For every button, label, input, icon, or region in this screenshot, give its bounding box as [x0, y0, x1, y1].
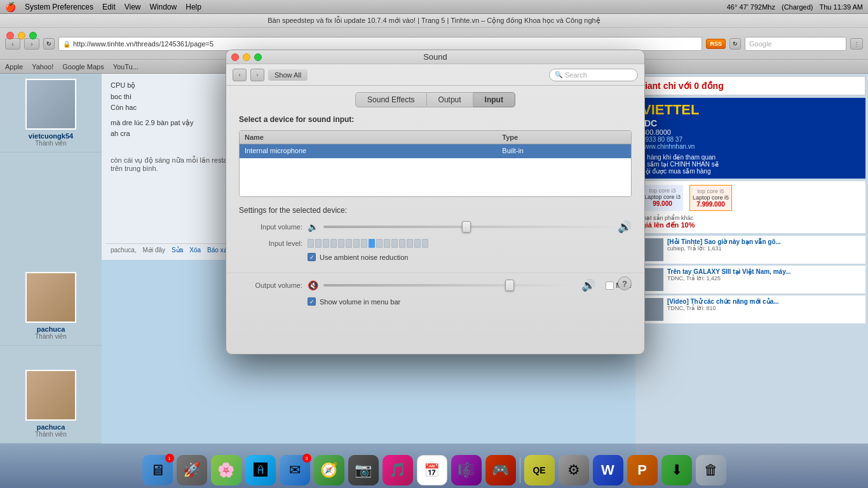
input-volume-label: Input volume:: [239, 223, 302, 231]
dock-syspref[interactable]: ⚙: [559, 455, 589, 485]
search-icon: 🔍: [555, 71, 562, 78]
search-placeholder: Google: [749, 40, 771, 48]
tab-sound-effects[interactable]: Sound Effects: [355, 92, 427, 107]
browser-options-button[interactable]: ⋮: [850, 38, 863, 50]
syspref-icon: ⚙: [567, 462, 580, 478]
camera-icon: 📷: [355, 462, 372, 478]
output-vol-high-icon: 🔊: [581, 278, 595, 292]
dialog-minimize-button[interactable]: [243, 53, 250, 61]
level-bar-12: [391, 239, 398, 248]
rss-button[interactable]: RSS: [706, 39, 726, 49]
reload-button-2[interactable]: ↻: [729, 38, 741, 50]
minimize-button[interactable]: [18, 32, 25, 39]
output-vol-low-icon: 🔇: [308, 280, 318, 290]
device-row-microphone[interactable]: Internal microphone Built-in: [240, 144, 631, 158]
username-1: vietcuongk54: [29, 132, 73, 140]
dock-itunes[interactable]: 🎵: [383, 455, 413, 485]
menu-system-prefs[interactable]: System Preferences: [25, 3, 93, 11]
user-card-3: pachuca Thành viên: [0, 365, 102, 444]
address-text: http://www.tinhte.vn/threads/1245361/pag…: [73, 40, 214, 48]
itunes-icon: 🎵: [389, 462, 406, 478]
level-bar-13: [399, 239, 405, 248]
window-controls: [6, 32, 37, 39]
level-bar-2: [315, 239, 322, 248]
mute-checkbox[interactable]: [606, 281, 614, 290]
show-volume-checkbox[interactable]: ✓: [308, 297, 316, 306]
dialog-back-button[interactable]: ‹: [233, 69, 247, 81]
level-bar-10: [376, 239, 383, 248]
maximize-button[interactable]: [29, 32, 37, 39]
apple-menu-icon[interactable]: 🍎: [5, 2, 16, 12]
dock-downloads[interactable]: ⬇: [661, 455, 692, 485]
edit-link[interactable]: Sửa: [172, 247, 183, 254]
word-icon: W: [601, 462, 614, 478]
level-bar-7: [353, 239, 360, 248]
dialog-maximize-button[interactable]: [254, 53, 262, 61]
sound-dialog: Sound ‹ › Show All 🔍 Search Sound Effect…: [226, 50, 645, 355]
wifi-signal: 46° 47' 792Mhz: [727, 3, 775, 11]
dock-music[interactable]: 🎼: [451, 455, 482, 485]
back-button[interactable]: ‹: [5, 38, 20, 50]
help-button[interactable]: ?: [618, 276, 632, 290]
dock-qe[interactable]: QE: [524, 455, 555, 485]
col-type-header: Type: [497, 131, 631, 144]
dock-word[interactable]: W: [593, 455, 623, 485]
output-slider-thumb[interactable]: [505, 280, 514, 291]
noise-reduction-checkbox[interactable]: ✓: [308, 253, 316, 261]
dialog-close-button[interactable]: [231, 53, 239, 61]
menu-view[interactable]: View: [125, 3, 141, 11]
bookmark-google-maps[interactable]: Google Maps: [62, 63, 104, 71]
close-button[interactable]: [6, 32, 14, 39]
tab-output[interactable]: Output: [427, 92, 473, 107]
dock-calendar[interactable]: 📅: [417, 455, 447, 485]
output-volume-label: Output volume:: [239, 281, 302, 289]
dock-appstore[interactable]: 🅰: [245, 455, 276, 485]
dock-launchpad[interactable]: 🚀: [177, 455, 207, 485]
input-volume-row: Input volume: 🔈 🔊: [239, 220, 632, 234]
dock-photos[interactable]: 🌸: [211, 455, 241, 485]
bookmark-yahoo[interactable]: Yahoo!: [32, 63, 53, 71]
level-bar-1: [308, 239, 314, 248]
device-type-cell: Built-in: [497, 144, 631, 158]
device-table-empty-space: [240, 158, 631, 196]
slider-thumb[interactable]: [462, 221, 471, 233]
ssl-icon: 🔒: [63, 41, 71, 48]
finder-badge: 1: [165, 454, 174, 463]
bookmark-apple[interactable]: Apple: [5, 63, 23, 71]
dock-mail[interactable]: ✉ 3: [280, 455, 310, 485]
dock-game[interactable]: 🎮: [485, 455, 516, 485]
google-search-box[interactable]: Google: [745, 37, 846, 51]
user-role-3: Thành viên: [35, 431, 66, 438]
output-volume-slider[interactable]: [323, 280, 576, 290]
music-icon: 🎼: [458, 462, 475, 478]
forward-button[interactable]: ›: [24, 38, 39, 50]
user-avatar-2: [25, 272, 76, 323]
noise-reduction-row: ✓ Use ambient noise reduction: [308, 253, 632, 261]
level-meter: [308, 239, 632, 248]
menu-help[interactable]: Help: [186, 3, 201, 11]
delete-link[interactable]: Xóa: [189, 247, 201, 254]
address-bar[interactable]: 🔒 http://www.tinhte.vn/threads/1245361/p…: [58, 37, 702, 51]
dialog-search-box[interactable]: 🔍 Search: [549, 69, 638, 81]
level-bar-6: [346, 239, 352, 248]
user-sidebar: vietcuongk54 Thành viên pachuca Thành vi…: [0, 74, 102, 444]
dock-finder[interactable]: 🖥 1: [142, 455, 173, 485]
show-volume-row: ✓ Show volume in menu bar: [308, 297, 632, 306]
dock-powerpoint[interactable]: P: [627, 455, 658, 485]
dock-safari[interactable]: 🧭: [314, 455, 344, 485]
bookmark-youtube[interactable]: YouTu...: [113, 63, 139, 71]
game-icon: 🎮: [492, 462, 509, 478]
dialog-forward-button[interactable]: ›: [250, 69, 264, 81]
menu-window[interactable]: Window: [150, 3, 177, 11]
dialog-content: Select a device for sound input: Name Ty…: [226, 107, 644, 273]
menu-edit[interactable]: Edit: [102, 3, 116, 11]
input-volume-slider[interactable]: [323, 222, 613, 232]
dock-trash[interactable]: 🗑: [696, 455, 726, 485]
reload-button[interactable]: ↻: [43, 38, 55, 50]
show-all-button[interactable]: Show All: [268, 69, 308, 81]
tab-input[interactable]: Input: [473, 92, 515, 107]
level-bar-11: [384, 239, 390, 248]
dock-camera[interactable]: 📷: [348, 455, 379, 485]
calendar-icon: 📅: [424, 463, 440, 478]
sidebar-post-1: [Hỏi Tinhte] Sao giờ này bạn vẫn gõ... c…: [638, 236, 865, 264]
